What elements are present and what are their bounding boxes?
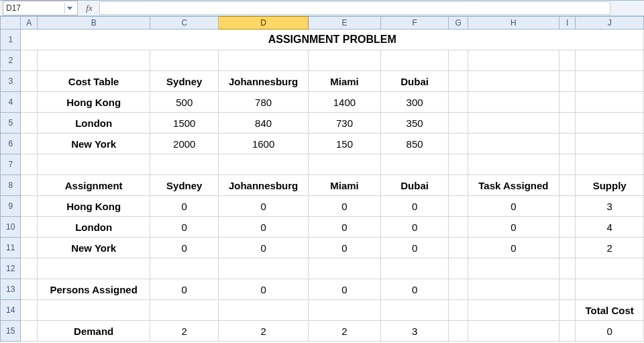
cell-F13[interactable]: 0 bbox=[380, 279, 449, 300]
cell-D9[interactable]: 0 bbox=[219, 196, 309, 217]
row-header-1[interactable]: 1 bbox=[1, 30, 21, 50]
cell-H15[interactable] bbox=[468, 321, 559, 342]
cell-A8[interactable] bbox=[21, 175, 37, 196]
cell-F3[interactable]: Dubai bbox=[380, 71, 449, 92]
cell-B12[interactable] bbox=[37, 258, 150, 279]
cell-E12[interactable] bbox=[309, 258, 381, 279]
cell-A5[interactable] bbox=[21, 113, 37, 134]
cell-F8[interactable]: Dubai bbox=[380, 175, 449, 196]
cell-H4[interactable] bbox=[468, 92, 559, 113]
cell-A9[interactable] bbox=[21, 196, 37, 217]
cell-A14[interactable] bbox=[21, 300, 37, 321]
row-header-11[interactable]: 11 bbox=[1, 238, 21, 258]
cell-G12[interactable] bbox=[449, 258, 468, 279]
cell-H14[interactable] bbox=[468, 300, 559, 321]
column-header-H[interactable]: H bbox=[468, 17, 559, 30]
select-all-corner[interactable] bbox=[1, 17, 21, 30]
row-header-9[interactable]: 9 bbox=[1, 196, 21, 217]
cell-G10[interactable] bbox=[449, 217, 468, 238]
column-header-E[interactable]: E bbox=[309, 17, 381, 30]
cell-E5[interactable]: 730 bbox=[309, 113, 381, 134]
cell-B5[interactable]: London bbox=[37, 113, 150, 134]
cell-F14[interactable] bbox=[380, 300, 449, 321]
cell-E7[interactable] bbox=[309, 154, 381, 175]
cell-D4[interactable]: 780 bbox=[219, 92, 309, 113]
cell-B10[interactable]: London bbox=[37, 217, 150, 238]
cell-F12[interactable] bbox=[380, 258, 449, 279]
cell-G2[interactable] bbox=[449, 50, 468, 71]
cell-J11[interactable]: 2 bbox=[576, 238, 644, 258]
cell-C3[interactable]: Sydney bbox=[150, 71, 219, 92]
cell-A15[interactable] bbox=[21, 321, 37, 342]
cell-E15[interactable]: 2 bbox=[309, 321, 381, 342]
cell-I5[interactable] bbox=[559, 113, 575, 134]
cell-D6[interactable]: 1600 bbox=[219, 134, 309, 154]
cell-E2[interactable] bbox=[309, 50, 381, 71]
cell-B7[interactable] bbox=[37, 154, 150, 175]
row-header-5[interactable]: 5 bbox=[1, 113, 21, 134]
cell-E13[interactable]: 0 bbox=[309, 279, 381, 300]
row-header-15[interactable]: 15 bbox=[1, 321, 21, 342]
cell-H11[interactable]: 0 bbox=[468, 238, 559, 258]
column-header-B[interactable]: B bbox=[37, 17, 150, 30]
column-header-D[interactable]: D bbox=[219, 17, 309, 30]
row-header-14[interactable]: 14 bbox=[1, 300, 21, 321]
cell-A4[interactable] bbox=[21, 92, 37, 113]
cell-D8[interactable]: Johannesburg bbox=[219, 175, 309, 196]
cell-D14[interactable] bbox=[219, 300, 309, 321]
cell-I7[interactable] bbox=[559, 154, 575, 175]
cell-J4[interactable] bbox=[576, 92, 644, 113]
column-header-I[interactable]: I bbox=[559, 17, 575, 30]
cell-J14[interactable]: Total Cost bbox=[576, 300, 644, 321]
cell-E8[interactable]: Miami bbox=[309, 175, 381, 196]
cell-C9[interactable]: 0 bbox=[150, 196, 219, 217]
cell-F5[interactable]: 350 bbox=[380, 113, 449, 134]
cell-H12[interactable] bbox=[468, 258, 559, 279]
cell-C15[interactable]: 2 bbox=[150, 321, 219, 342]
cell-I2[interactable] bbox=[559, 50, 575, 71]
column-header-F[interactable]: F bbox=[380, 17, 449, 30]
cell-I10[interactable] bbox=[559, 217, 575, 238]
cell-G15[interactable] bbox=[449, 321, 468, 342]
cell-H5[interactable] bbox=[468, 113, 559, 134]
cell-J13[interactable] bbox=[576, 279, 644, 300]
title-cell[interactable]: ASSIGNMENT PROBLEM bbox=[21, 30, 644, 50]
row-header-13[interactable]: 13 bbox=[1, 279, 21, 300]
cell-C14[interactable] bbox=[150, 300, 219, 321]
cell-B9[interactable]: Hong Kong bbox=[37, 196, 150, 217]
cell-C4[interactable]: 500 bbox=[150, 92, 219, 113]
cell-F7[interactable] bbox=[380, 154, 449, 175]
cell-F11[interactable]: 0 bbox=[380, 238, 449, 258]
cell-J10[interactable]: 4 bbox=[576, 217, 644, 238]
cell-J3[interactable] bbox=[576, 71, 644, 92]
cell-H10[interactable]: 0 bbox=[468, 217, 559, 238]
cell-E11[interactable]: 0 bbox=[309, 238, 381, 258]
cell-C8[interactable]: Sydney bbox=[150, 175, 219, 196]
cell-F4[interactable]: 300 bbox=[380, 92, 449, 113]
column-header-C[interactable]: C bbox=[150, 17, 219, 30]
row-header-3[interactable]: 3 bbox=[1, 71, 21, 92]
cell-B2[interactable] bbox=[37, 50, 150, 71]
cell-G13[interactable] bbox=[449, 279, 468, 300]
cell-B15[interactable]: Demand bbox=[37, 321, 150, 342]
cell-C11[interactable]: 0 bbox=[150, 238, 219, 258]
column-header-A[interactable]: A bbox=[21, 17, 37, 30]
cell-C5[interactable]: 1500 bbox=[150, 113, 219, 134]
cell-G9[interactable] bbox=[449, 196, 468, 217]
cell-D11[interactable]: 0 bbox=[219, 238, 309, 258]
cell-B13[interactable]: Persons Assigned bbox=[37, 279, 150, 300]
cell-A12[interactable] bbox=[21, 258, 37, 279]
cell-F2[interactable] bbox=[380, 50, 449, 71]
cell-G11[interactable] bbox=[449, 238, 468, 258]
cell-G7[interactable] bbox=[449, 154, 468, 175]
cell-I3[interactable] bbox=[559, 71, 575, 92]
cell-A13[interactable] bbox=[21, 279, 37, 300]
cell-B4[interactable]: Hong Kong bbox=[37, 92, 150, 113]
cell-C12[interactable] bbox=[150, 258, 219, 279]
cell-I13[interactable] bbox=[559, 279, 575, 300]
cell-C7[interactable] bbox=[150, 154, 219, 175]
cell-E4[interactable]: 1400 bbox=[309, 92, 381, 113]
cell-E10[interactable]: 0 bbox=[309, 217, 381, 238]
cell-J7[interactable] bbox=[576, 154, 644, 175]
cell-A3[interactable] bbox=[21, 71, 37, 92]
